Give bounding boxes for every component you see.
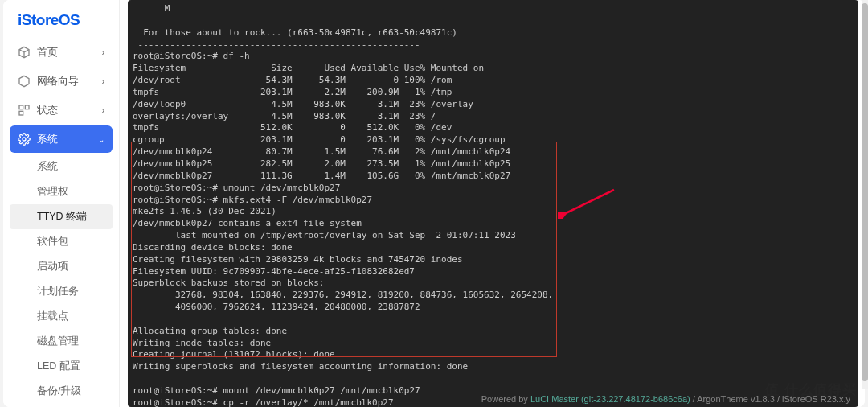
- svg-rect-1: [25, 105, 29, 109]
- svg-point-3: [23, 138, 26, 141]
- nav-status[interactable]: 状态 ›: [10, 97, 113, 124]
- nav-system-label: 系统: [37, 132, 58, 146]
- nav-home-label: 首页: [37, 45, 58, 60]
- nav-home[interactable]: 首页 ›: [10, 39, 113, 66]
- sub-led[interactable]: LED 配置: [10, 354, 113, 379]
- nav-wizard[interactable]: 网络向导 ›: [10, 68, 113, 95]
- svg-rect-0: [19, 105, 23, 109]
- svg-rect-2: [19, 111, 23, 115]
- sub-sched-reboot[interactable]: 定时重启: [10, 404, 113, 407]
- sub-backup[interactable]: 备份/升级: [10, 379, 113, 404]
- footer: Powered by LuCI Master (git-23.227.48172…: [481, 394, 850, 404]
- sub-disk[interactable]: 磁盘管理: [10, 329, 113, 354]
- nav-status-label: 状态: [37, 103, 58, 117]
- main-nav: 首页 › 网络向导 › 状态 › 系统 ⌄ 系统 管理权 TTYD 终端 软件包: [3, 39, 119, 407]
- sub-startup[interactable]: 启动项: [10, 254, 113, 279]
- main-content: M For those about to rock... (r663-50c49…: [120, 0, 865, 407]
- sub-system[interactable]: 系统: [10, 154, 113, 179]
- sub-mount[interactable]: 挂载点: [10, 304, 113, 329]
- luci-link[interactable]: LuCI Master (git-23.227.48172-b686c6a): [530, 394, 690, 404]
- grid-icon: [18, 104, 31, 117]
- sub-admin[interactable]: 管理权: [10, 179, 113, 204]
- chevron-right-icon: ›: [102, 106, 104, 115]
- chevron-right-icon: ›: [102, 77, 104, 86]
- cube-icon: [18, 75, 31, 88]
- terminal-output: M For those about to rock... (r663-50c49…: [133, 3, 854, 407]
- scrollbar-thumb[interactable]: [862, 3, 868, 381]
- sidebar: iStoreOS 首页 › 网络向导 › 状态 › 系统 ⌄: [3, 0, 120, 407]
- cube-icon: [18, 46, 31, 59]
- scrollbar-track[interactable]: [862, 0, 868, 389]
- sub-software[interactable]: 软件包: [10, 229, 113, 254]
- nav-wizard-label: 网络向导: [37, 74, 79, 88]
- sub-ttyd[interactable]: TTYD 终端: [10, 204, 113, 229]
- sub-cron[interactable]: 计划任务: [10, 279, 113, 304]
- brand-logo: iStoreOS: [3, 0, 119, 39]
- chevron-down-icon: ⌄: [98, 135, 104, 144]
- nav-system[interactable]: 系统 ⌄: [10, 125, 113, 153]
- chevron-right-icon: ›: [102, 48, 104, 57]
- gear-icon: [18, 133, 31, 146]
- terminal[interactable]: M For those about to rock... (r663-50c49…: [128, 0, 858, 407]
